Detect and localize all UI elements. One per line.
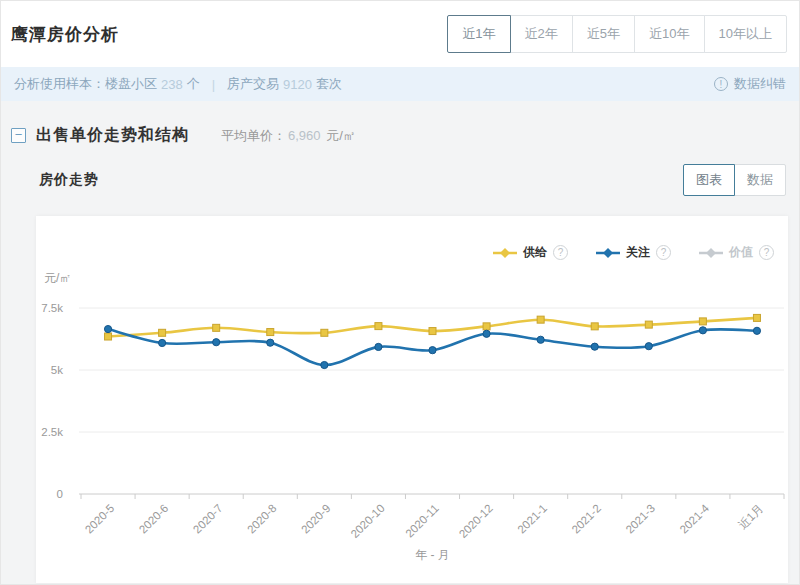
data-point-关注 [375,343,382,350]
sample-unit: 个 [187,75,200,93]
data-point-供给 [537,316,544,323]
data-point-关注 [159,339,166,346]
data-point-供给 [159,329,166,336]
analysis-body: − 出售单价走势和结构 平均单价：6,960 元/㎡ 房价走势 图表 数据 供给… [1,101,799,585]
trade-label: 房产交易 [227,75,279,93]
average-price: 平均单价：6,960 元/㎡ [221,127,356,145]
info-divider: | [212,77,215,92]
y-axis-unit-label: 元/㎡ [44,271,71,285]
x-category-label: 2020-7 [191,502,225,536]
sample-info-text: 分析使用样本：楼盘小区 238 个 | 房产交易 9120 套次 [14,75,342,93]
tab-recent-2-years[interactable]: 近2年 [510,15,573,53]
y-tick-label: 0 [57,488,63,500]
data-point-供给 [753,314,760,321]
section-title: 出售单价走势和结构 [36,125,189,146]
view-tab-chart[interactable]: 图表 [683,164,735,196]
average-price-value: 6,960 [288,128,321,143]
average-price-label: 平均单价： [221,128,286,143]
tab-over-10-years[interactable]: 10年以上 [704,15,787,53]
data-point-关注 [267,339,274,346]
data-point-供给 [483,323,490,330]
x-category-label: 2020-12 [457,502,495,540]
data-point-关注 [429,347,436,354]
x-category-label: 2021-1 [515,502,549,536]
tab-recent-1-year[interactable]: 近1年 [447,15,510,53]
data-point-关注 [537,336,544,343]
y-tick-label: 2.5k [41,426,63,438]
legend-label: 价值 [729,244,753,261]
trade-unit: 套次 [316,75,342,93]
x-category-label: 2020-10 [348,502,386,540]
legend-label: 供给 [523,244,547,261]
trade-count: 9120 [283,77,312,92]
data-point-供给 [645,321,652,328]
data-point-关注 [483,330,490,337]
average-price-unit: 元/㎡ [326,128,356,143]
help-question-icon[interactable]: ? [656,245,671,260]
data-point-关注 [753,327,760,334]
x-axis-title: 年 - 月 [415,548,450,562]
data-point-供给 [213,324,220,331]
data-correction-label: 数据纠错 [734,75,786,93]
legend-item-价值[interactable]: 价值? [699,244,774,261]
view-tab-data[interactable]: 数据 [734,164,786,196]
trend-header: 房价走势 图表 数据 [39,164,786,196]
x-category-label: 近1月 [736,502,765,531]
help-question-icon[interactable]: ? [553,245,568,260]
page-title: 鹰潭房价分析 [11,23,119,46]
data-point-供给 [105,333,112,340]
exclamation-circle-icon: ! [714,77,728,91]
tab-recent-10-years[interactable]: 近10年 [634,15,704,53]
data-point-关注 [213,339,220,346]
data-point-供给 [375,323,382,330]
y-tick-label: 5k [51,364,63,376]
data-point-关注 [104,325,111,332]
data-point-关注 [699,327,706,334]
x-category-label: 2021-3 [623,502,657,536]
trend-title: 房价走势 [39,171,99,189]
legend-line-marker-icon [493,247,517,259]
data-point-关注 [321,361,328,368]
data-point-供给 [321,329,328,336]
sample-prefix: 分析使用样本：楼盘小区 [14,75,157,93]
x-category-label: 2020-6 [137,502,171,536]
legend-line-marker-icon [596,247,620,259]
data-correction-link[interactable]: ! 数据纠错 [714,75,786,93]
data-point-供给 [699,318,706,325]
legend-line-marker-icon [699,247,723,259]
collapse-section-icon[interactable]: − [11,128,26,143]
help-question-icon[interactable]: ? [759,245,774,260]
price-trend-chart-card: 供给?关注?价值? 元/㎡02.5k5k7.5k2020-52020-62020… [36,216,788,583]
legend-item-关注[interactable]: 关注? [596,244,671,261]
sample-info-bar: 分析使用样本：楼盘小区 238 个 | 房产交易 9120 套次 ! 数据纠错 [1,67,799,101]
data-point-关注 [645,343,652,350]
data-point-关注 [591,343,598,350]
data-point-供给 [591,323,598,330]
data-point-供给 [429,328,436,335]
x-category-label: 2020-9 [299,502,333,536]
price-trend-line-chart: 元/㎡02.5k5k7.5k2020-52020-62020-72020-820… [36,216,788,583]
x-category-label: 2021-2 [569,502,603,536]
section-header: − 出售单价走势和结构 平均单价：6,960 元/㎡ [1,101,799,146]
data-point-供给 [267,329,274,336]
y-tick-label: 7.5k [41,302,63,314]
x-category-label: 2021-4 [677,502,711,536]
view-toggle-group: 图表 数据 [683,164,786,196]
housing-analysis-page: 鹰潭房价分析 近1年 近2年 近5年 近10年 10年以上 分析使用样本：楼盘小… [0,0,800,585]
x-category-label: 2020-8 [245,502,279,536]
time-range-tab-group: 近1年 近2年 近5年 近10年 10年以上 [447,15,787,53]
tab-recent-5-years[interactable]: 近5年 [572,15,635,53]
x-category-label: 2020-5 [83,502,117,536]
sample-count: 238 [161,77,183,92]
legend-item-供给[interactable]: 供给? [493,244,568,261]
legend-label: 关注 [626,244,650,261]
page-header: 鹰潭房价分析 近1年 近2年 近5年 近10年 10年以上 [1,1,799,67]
chart-legend: 供给?关注?价值? [493,244,774,261]
x-category-label: 2020-11 [403,502,441,540]
